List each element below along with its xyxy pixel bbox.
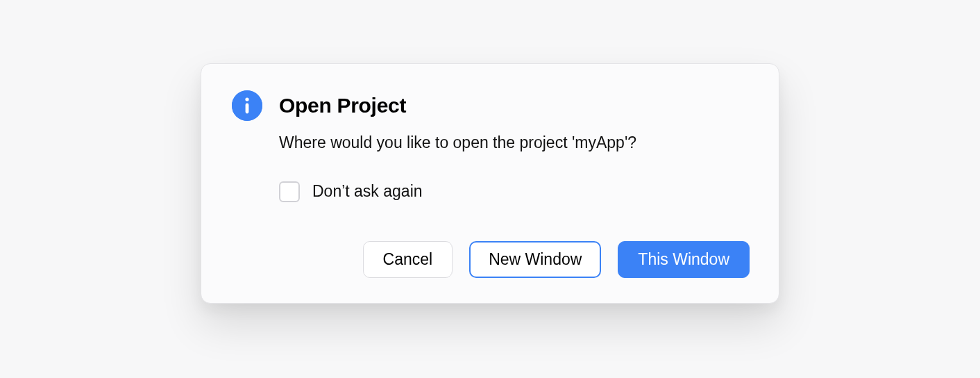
- dont-ask-again-row: Don’t ask again: [279, 181, 748, 202]
- info-icon: [232, 90, 262, 121]
- cancel-button[interactable]: Cancel: [363, 241, 453, 279]
- dont-ask-again-checkbox[interactable]: [279, 181, 300, 202]
- this-window-button[interactable]: This Window: [618, 241, 750, 279]
- dialog-header: Open Project: [232, 90, 748, 121]
- svg-rect-2: [246, 103, 249, 113]
- dont-ask-again-label: Don’t ask again: [312, 182, 423, 201]
- dialog-message: Where would you like to open the project…: [279, 133, 748, 152]
- dialog-body: Where would you like to open the project…: [279, 133, 748, 202]
- dialog-actions: Cancel New Window This Window: [232, 241, 750, 279]
- dialog-title: Open Project: [279, 94, 406, 117]
- open-project-dialog: Open Project Where would you like to ope…: [201, 63, 779, 304]
- svg-point-1: [245, 97, 248, 101]
- new-window-button[interactable]: New Window: [469, 241, 601, 279]
